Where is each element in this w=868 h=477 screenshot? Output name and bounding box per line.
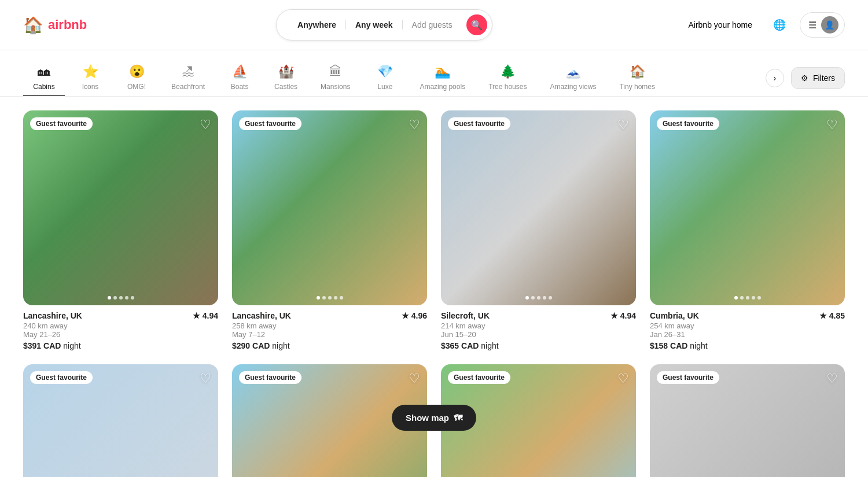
listing-distance-4: 254 km away: [650, 321, 845, 330]
guest-fav-badge-6: Guest favourite: [239, 371, 301, 384]
listing-rating-2: ★ 4.96: [402, 311, 427, 320]
listing-rating-3: ★ 4.94: [610, 311, 636, 320]
dot-indicators: [734, 296, 761, 299]
avatar: 👤: [821, 16, 838, 34]
dot-indicators: [317, 296, 343, 299]
category-item-tree-houses[interactable]: 🌲 Tree houses: [479, 60, 536, 96]
listing-card-3[interactable]: Guest favourite ♡ Silecroft, UK ★ 4.94 2…: [441, 110, 636, 350]
dot-3: [125, 296, 128, 299]
category-label-icons: Icons: [82, 83, 99, 91]
show-map-button[interactable]: Show map 🗺: [392, 405, 476, 431]
category-nav: 🏘 Cabins ⭐ Icons 😮 OMG! 🏖 Beachfront ⛵ B…: [0, 50, 868, 97]
listing-card-5[interactable]: Guest favourite ♡: [23, 364, 218, 477]
guest-fav-badge-1: Guest favourite: [30, 117, 93, 130]
listing-title-row: Lancashire, UK ★ 4.96: [232, 311, 427, 320]
wishlist-button-3[interactable]: ♡: [617, 117, 629, 132]
listing-location-3: Silecroft, UK: [441, 311, 490, 320]
guest-fav-badge-4: Guest favourite: [657, 117, 719, 130]
guest-fav-badge-2: Guest favourite: [239, 117, 301, 130]
listing-image-2: Guest favourite ♡: [232, 110, 427, 305]
dot-2: [746, 296, 749, 299]
wishlist-button-7[interactable]: ♡: [617, 371, 629, 386]
wishlist-button-4[interactable]: ♡: [826, 117, 838, 132]
category-item-beachfront[interactable]: 🏖 Beachfront: [162, 60, 214, 96]
dot-3: [752, 296, 755, 299]
listing-image-8: Guest favourite ♡: [650, 364, 845, 477]
filters-button[interactable]: ⚙ Filters: [791, 67, 845, 89]
search-button[interactable]: 🔍: [466, 14, 487, 35]
listing-placeholder-4: [650, 110, 845, 305]
wishlist-button-5[interactable]: ♡: [200, 371, 211, 386]
wishlist-button-2[interactable]: ♡: [409, 117, 420, 132]
listing-card-4[interactable]: Guest favourite ♡ Cumbria, UK ★ 4.85 254…: [650, 110, 845, 350]
category-icon-amazing-views: 🗻: [565, 64, 581, 79]
category-item-icons[interactable]: ⭐ Icons: [69, 60, 111, 96]
listing-info-3: Silecroft, UK ★ 4.94 214 km away Jun 15–…: [441, 305, 636, 350]
search-any-week[interactable]: Any week: [346, 20, 403, 29]
logo-text: airbnb: [48, 17, 87, 32]
listing-title-row: Lancashire, UK ★ 4.94: [23, 311, 218, 320]
category-item-cabins[interactable]: 🏘 Cabins: [23, 60, 65, 96]
dot-3: [334, 296, 337, 299]
star-icon: ★: [193, 311, 200, 320]
listing-dates-3: Jun 15–20: [441, 330, 636, 339]
dot-1: [740, 296, 744, 299]
dot-0: [108, 296, 111, 299]
search-add-guests[interactable]: Add guests: [403, 20, 462, 29]
user-menu[interactable]: ☰ 👤: [800, 12, 845, 38]
listing-dates-4: Jan 26–31: [650, 330, 845, 339]
category-item-tiny-homes[interactable]: 🏠 Tiny homes: [610, 60, 664, 96]
listing-info-2: Lancashire, UK ★ 4.96 258 km away May 7–…: [232, 305, 427, 350]
category-item-amazing-pools[interactable]: 🏊 Amazing pools: [410, 60, 475, 96]
language-globe-button[interactable]: 🌐: [768, 14, 790, 36]
category-label-tiny-homes: Tiny homes: [619, 83, 655, 91]
wishlist-button-6[interactable]: ♡: [409, 371, 420, 386]
dot-4: [340, 296, 343, 299]
guest-fav-badge-3: Guest favourite: [448, 117, 510, 130]
header: 🏠 airbnb Anywhere Any week Add guests 🔍 …: [0, 0, 868, 50]
listing-dates-2: May 7–12: [232, 330, 427, 339]
filters-icon: ⚙: [801, 73, 808, 83]
category-item-boats[interactable]: ⛵ Boats: [219, 60, 260, 96]
star-icon: ★: [819, 311, 827, 320]
listing-price-1: $391 CAD night: [23, 341, 218, 350]
listing-location-2: Lancashire, UK: [232, 311, 291, 320]
listing-image-5: Guest favourite ♡: [23, 364, 218, 477]
dot-1: [113, 296, 117, 299]
category-item-amazing-views[interactable]: 🗻 Amazing views: [540, 60, 605, 96]
airbnb-logo-icon: 🏠: [23, 16, 43, 35]
category-icon-boats: ⛵: [232, 64, 248, 79]
category-item-mansions[interactable]: 🏛 Mansions: [311, 60, 359, 96]
category-item-omg[interactable]: 😮 OMG!: [116, 60, 157, 96]
listing-info-4: Cumbria, UK ★ 4.85 254 km away Jan 26–31…: [650, 305, 845, 350]
dot-4: [131, 296, 134, 299]
listing-distance-3: 214 km away: [441, 321, 636, 330]
listing-price-2: $290 CAD night: [232, 341, 427, 350]
show-map-label: Show map: [406, 413, 449, 423]
category-label-amazing-pools: Amazing pools: [420, 83, 465, 91]
search-anywhere[interactable]: Anywhere: [288, 20, 346, 29]
logo[interactable]: 🏠 airbnb: [23, 16, 87, 35]
category-item-luxe[interactable]: 💎 Luxe: [364, 60, 406, 96]
listing-card-8[interactable]: Guest favourite ♡: [650, 364, 845, 477]
listing-placeholder-1: [23, 110, 218, 305]
category-icon-castles: 🏰: [278, 64, 294, 79]
listing-location-4: Cumbria, UK: [650, 311, 699, 320]
wishlist-button-1[interactable]: ♡: [200, 117, 211, 132]
listing-card-1[interactable]: Guest favourite ♡ Lancashire, UK ★ 4.94 …: [23, 110, 218, 350]
dot-2: [119, 296, 123, 299]
show-map-wrap: Show map 🗺: [392, 405, 476, 431]
category-label-beachfront: Beachfront: [171, 83, 205, 91]
category-icon-cabins: 🏘: [38, 64, 50, 79]
guest-fav-badge-8: Guest favourite: [657, 371, 719, 384]
wishlist-button-8[interactable]: ♡: [826, 371, 838, 386]
nav-arrow-right[interactable]: ›: [766, 69, 784, 87]
category-item-castles[interactable]: 🏰 Castles: [265, 60, 307, 96]
airbnb-your-home-button[interactable]: Airbnb your home: [681, 16, 759, 34]
listing-card-2[interactable]: Guest favourite ♡ Lancashire, UK ★ 4.96 …: [232, 110, 427, 350]
category-icon-tiny-homes: 🏠: [630, 64, 645, 79]
listing-rating-4: ★ 4.85: [819, 311, 845, 320]
category-icon-tree-houses: 🌲: [500, 64, 516, 79]
listing-placeholder-2: [232, 110, 427, 305]
search-bar: Anywhere Any week Add guests 🔍: [276, 9, 492, 40]
